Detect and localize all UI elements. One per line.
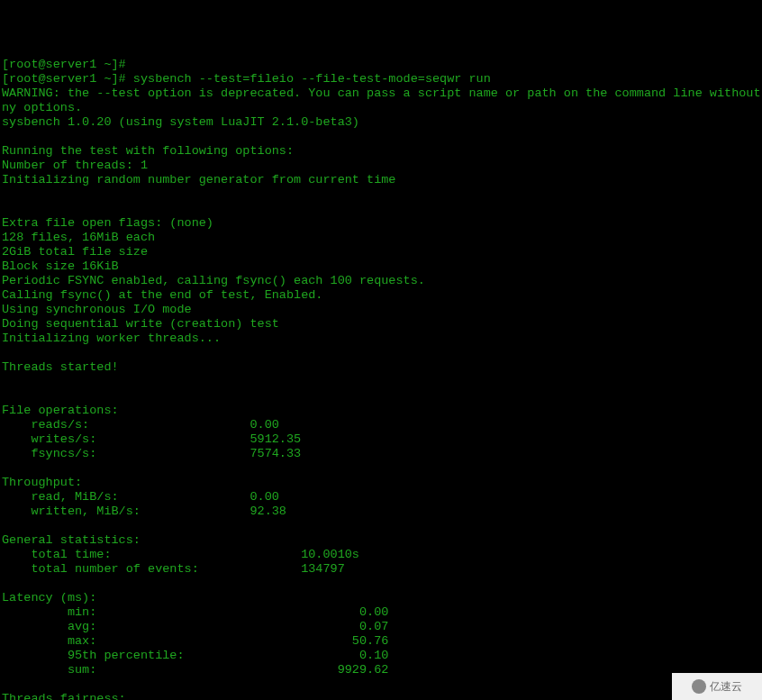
files-info: 128 files, 16MiB each [2, 231, 155, 244]
test-type: Doing sequential write (creation) test [2, 317, 279, 331]
fsync-end: Calling fsync() at the end of test, Enab… [2, 288, 322, 302]
warning-line: WARNING: the --test option is deprecated… [2, 86, 762, 114]
version-line: sysbench 1.0.20 (using system LuaJIT 2.1… [2, 115, 359, 129]
file-ops-header: File operations: [2, 404, 119, 417]
general-header: General statistics: [2, 533, 141, 547]
block-size: Block size 16KiB [2, 259, 119, 273]
fsync-periodic: Periodic FSYNC enabled, calling fsync() … [2, 274, 425, 287]
total-size: 2GiB total file size [2, 245, 148, 259]
written-mib: written, MiB/s: 92.38 [2, 505, 286, 518]
latency-avg: avg: 0.07 [2, 620, 388, 633]
throughput-header: Throughput: [2, 476, 82, 489]
watermark-icon [692, 679, 706, 694]
latency-95th: 95th percentile: 0.10 [2, 649, 388, 662]
init-workers: Initializing worker threads... [2, 332, 221, 345]
reads-value: reads/s: 0.00 [2, 418, 279, 432]
read-mib: read, MiB/s: 0.00 [2, 490, 279, 504]
total-time: total time: 10.0010s [2, 548, 359, 561]
latency-min: min: 0.00 [2, 605, 388, 619]
latency-header: Latency (ms): [2, 591, 96, 605]
writes-value: writes/s: 5912.35 [2, 432, 301, 446]
threads-started: Threads started! [2, 360, 119, 374]
latency-sum: sum: 9929.62 [2, 663, 388, 677]
prompt-line-prev: [root@server1 ~]# [2, 58, 133, 71]
watermark-text: 亿速云 [710, 679, 742, 694]
command-input: sysbench --test=fileio --file-test-mode=… [133, 72, 491, 86]
latency-max: max: 50.76 [2, 634, 388, 648]
fsyncs-value: fsyncs/s: 7574.33 [2, 447, 301, 460]
io-mode: Using synchronous I/O mode [2, 303, 192, 316]
watermark-badge: 亿速云 [672, 673, 762, 700]
init-rng: Initializing random number generator fro… [2, 173, 395, 186]
extra-flags: Extra file open flags: (none) [2, 216, 213, 230]
threads-count: Number of threads: 1 [2, 159, 148, 172]
running-header: Running the test with following options: [2, 144, 294, 158]
prompt-1: [root@server1 ~]# [2, 72, 133, 86]
terminal-output[interactable]: [root@server1 ~]# [root@server1 ~]# sysb… [2, 58, 760, 700]
fairness-header: Threads fairness: [2, 692, 126, 700]
total-events: total number of events: 134797 [2, 562, 345, 576]
